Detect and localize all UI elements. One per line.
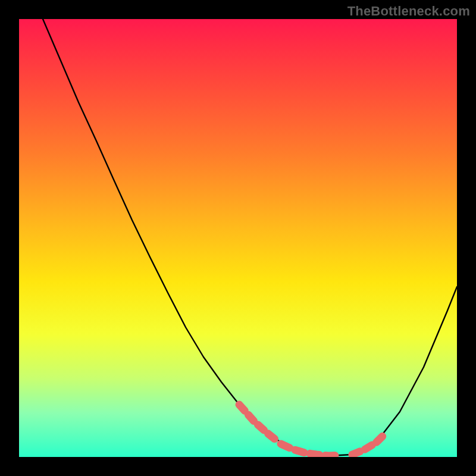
series-markers-right (352, 434, 385, 455)
watermark-label: TheBottleneck.com (347, 4, 470, 19)
series-curve (43, 19, 457, 456)
chart-frame: TheBottleneck.com (0, 0, 476, 476)
curve-svg (19, 19, 457, 457)
series-markers-left (239, 405, 275, 439)
plot-area (19, 19, 457, 457)
series-markers-bottom (281, 444, 340, 456)
